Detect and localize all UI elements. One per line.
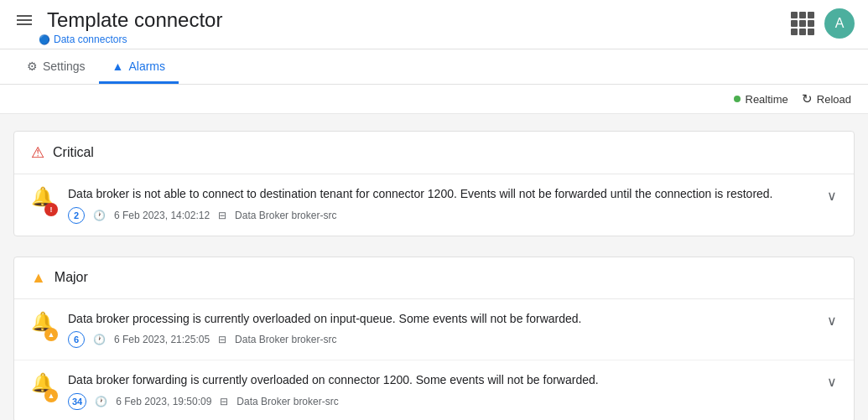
menu-icon[interactable] <box>13 12 35 29</box>
reload-label: Reload <box>817 93 851 106</box>
alarm-message: Data broker processing is currently over… <box>68 311 820 328</box>
alarms-icon: ▲ <box>112 60 124 73</box>
alarm-meta: 2 🕐 6 Feb 2023, 14:02:12 ⊟ Data Broker b… <box>68 207 820 224</box>
expand-chevron[interactable]: ∨ <box>827 313 837 329</box>
clock-icon: 🕐 <box>93 210 106 221</box>
alarm-message: Data broker forwarding is currently over… <box>68 372 820 389</box>
alarm-count: 2 <box>68 207 85 224</box>
critical-title: Critical <box>53 145 94 160</box>
major-badge-icon: ▲ <box>44 389 58 402</box>
alarm-meta: 34 🕐 6 Feb 2023, 19:50:09 ⊟ Data Broker … <box>68 393 820 410</box>
clock-icon: 🕐 <box>93 334 106 345</box>
realtime-label: Realtime <box>746 93 788 106</box>
page-title: Template connector <box>47 8 222 32</box>
source-icon: ⊟ <box>220 396 228 407</box>
header: Template connector 🔵 Data connectors A <box>0 0 868 49</box>
critical-severity-icon: ⚠ <box>31 143 44 162</box>
header-right: A <box>791 8 855 39</box>
breadcrumb-label[interactable]: Data connectors <box>54 34 127 45</box>
alarm-message: Data broker is not able to connect to de… <box>68 186 820 203</box>
alarm-source: Data Broker broker-src <box>235 334 336 345</box>
alarm-row[interactable]: 🔔 ▲ Data broker processing is currently … <box>14 299 854 361</box>
tabs-bar: ⚙ Settings ▲ Alarms <box>0 49 868 85</box>
source-icon: ⊟ <box>218 210 226 221</box>
realtime-dot <box>734 96 741 102</box>
alarm-content: Data broker is not able to connect to de… <box>68 186 820 224</box>
clock-icon: 🕐 <box>95 396 107 407</box>
critical-badge-icon: ! <box>44 203 58 216</box>
alarm-timestamp: 6 Feb 2023, 19:50:09 <box>116 396 211 407</box>
title-row: Template connector <box>13 8 222 32</box>
breadcrumb[interactable]: 🔵 Data connectors <box>39 34 222 45</box>
tab-alarms-label: Alarms <box>128 60 165 73</box>
alarm-source: Data Broker broker-src <box>236 396 338 407</box>
expand-chevron[interactable]: ∨ <box>827 374 837 390</box>
tab-settings[interactable]: ⚙ Settings <box>13 49 99 84</box>
major-severity-icon: ▲ <box>31 269 46 287</box>
alarm-content: Data broker processing is currently over… <box>68 311 820 349</box>
avatar[interactable]: A <box>824 8 855 39</box>
tab-settings-label: Settings <box>43 60 86 73</box>
critical-header: ⚠ Critical <box>14 132 854 174</box>
grid-icon[interactable] <box>791 12 814 35</box>
alarm-count: 34 <box>68 393 86 410</box>
critical-section: ⚠ Critical 🔔 ! Data broker is not able t… <box>13 131 855 236</box>
header-left: Template connector 🔵 Data connectors <box>13 8 222 45</box>
alarm-content: Data broker forwarding is currently over… <box>68 372 820 410</box>
settings-icon: ⚙ <box>27 60 38 73</box>
source-icon: ⊟ <box>218 334 226 345</box>
major-title: Major <box>55 270 88 285</box>
alarm-meta: 6 🕐 6 Feb 2023, 21:25:05 ⊟ Data Broker b… <box>68 331 820 348</box>
reload-button[interactable]: ↻ Reload <box>802 91 851 106</box>
major-section: ▲ Major 🔔 ▲ Data broker processing is cu… <box>13 257 855 420</box>
alarm-row[interactable]: 🔔 ! Data broker is not able to connect t… <box>14 174 854 236</box>
toolbar: Realtime ↻ Reload <box>0 85 868 114</box>
reload-icon: ↻ <box>802 91 813 106</box>
breadcrumb-icon: 🔵 <box>39 34 50 45</box>
alarm-timestamp: 6 Feb 2023, 14:02:12 <box>114 210 210 221</box>
realtime-indicator: Realtime <box>734 93 788 106</box>
alarm-icon-col: 🔔 ▲ <box>31 311 58 341</box>
major-badge-icon: ▲ <box>44 328 58 341</box>
alarm-count: 6 <box>68 331 85 348</box>
expand-chevron[interactable]: ∨ <box>827 188 837 204</box>
alarm-icon-col: 🔔 ! <box>31 186 58 216</box>
alarm-row[interactable]: 🔔 ▲ Data broker forwarding is currently … <box>14 360 854 420</box>
main-content: ⚠ Critical 🔔 ! Data broker is not able t… <box>0 114 868 420</box>
alarm-icon-col: 🔔 ▲ <box>31 372 58 402</box>
alarm-source: Data Broker broker-src <box>235 210 336 221</box>
tab-alarms[interactable]: ▲ Alarms <box>99 49 179 84</box>
alarm-timestamp: 6 Feb 2023, 21:25:05 <box>114 334 210 345</box>
major-header: ▲ Major <box>14 257 854 299</box>
